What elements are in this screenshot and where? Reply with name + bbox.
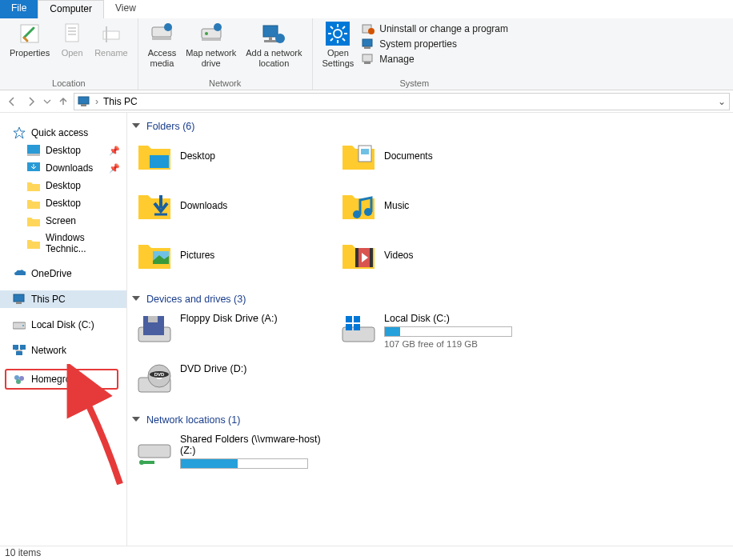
svg-rect-63 bbox=[148, 316, 158, 322]
sidebar-item-desktop-3[interactable]: Desktop bbox=[0, 194, 126, 212]
sidebar-local-disk[interactable]: Local Disk (C:) bbox=[0, 316, 126, 334]
section-header-folders[interactable]: Folders (6) bbox=[129, 119, 733, 137]
svg-rect-60 bbox=[370, 248, 373, 267]
rename-button: Rename bbox=[90, 19, 133, 60]
sidebar-onedrive[interactable]: OneDrive bbox=[0, 265, 126, 282]
folder-icon bbox=[27, 179, 40, 192]
svg-rect-74 bbox=[138, 445, 170, 458]
svg-rect-3 bbox=[68, 30, 76, 32]
breadcrumb-this-pc[interactable]: This PC bbox=[103, 96, 138, 107]
sidebar-homegroup[interactable]: Homegroup bbox=[6, 370, 117, 388]
collapse-icon bbox=[132, 417, 140, 422]
svg-rect-35 bbox=[81, 104, 86, 106]
ribbon-group-location: Properties Open Rename Location bbox=[0, 18, 138, 90]
folder-videos[interactable]: Videos bbox=[333, 236, 537, 286]
folder-icon bbox=[27, 237, 40, 250]
svg-text:DVD: DVD bbox=[154, 372, 165, 377]
floppy-drive-icon bbox=[137, 313, 172, 345]
svg-point-29 bbox=[368, 28, 375, 34]
address-bar[interactable]: › This PC ⌄ bbox=[74, 93, 730, 110]
section-header-devices[interactable]: Devices and drives (3) bbox=[129, 292, 733, 310]
up-button[interactable] bbox=[54, 93, 72, 110]
system-properties-icon bbox=[362, 38, 375, 50]
open-icon bbox=[59, 21, 85, 46]
svg-rect-36 bbox=[27, 145, 40, 154]
forward-button[interactable] bbox=[22, 93, 40, 110]
svg-rect-66 bbox=[354, 316, 360, 322]
section-header-network-locations[interactable]: Network locations (1) bbox=[129, 413, 733, 430]
manage-icon bbox=[362, 53, 375, 66]
this-pc-icon bbox=[13, 293, 26, 306]
desktop-icon bbox=[27, 144, 40, 157]
network-drive-shared[interactable]: Shared Folders (\\vmware-host) (Z:) bbox=[129, 430, 333, 480]
tab-computer[interactable]: Computer bbox=[38, 0, 104, 18]
capacity-bar bbox=[180, 458, 308, 469]
svg-rect-53 bbox=[361, 149, 369, 154]
system-properties-button[interactable]: System properties bbox=[362, 38, 508, 50]
svg-rect-8 bbox=[152, 37, 171, 40]
collapse-icon bbox=[132, 123, 140, 128]
svg-rect-37 bbox=[27, 154, 40, 156]
sidebar-this-pc[interactable]: This PC bbox=[0, 290, 126, 308]
svg-rect-39 bbox=[14, 294, 24, 302]
open-settings-button[interactable]: Open Settings bbox=[318, 19, 359, 70]
ribbon: Properties Open Rename Location bbox=[0, 18, 733, 90]
svg-rect-14 bbox=[263, 26, 278, 37]
collapse-icon bbox=[132, 296, 140, 301]
folder-icon bbox=[137, 190, 172, 222]
access-media-icon bbox=[149, 21, 174, 46]
add-network-location-button[interactable]: Add a network location bbox=[241, 19, 306, 70]
navigation-bar: › This PC ⌄ bbox=[0, 90, 733, 113]
svg-line-46 bbox=[15, 350, 19, 351]
local-disk-icon bbox=[341, 313, 376, 345]
svg-rect-6 bbox=[106, 26, 107, 42]
homegroup-highlight: Homegroup bbox=[5, 369, 118, 390]
sidebar-item-windows-technic[interactable]: Windows Technic... bbox=[0, 230, 126, 257]
sidebar-item-downloads[interactable]: Downloads📌 bbox=[0, 159, 126, 177]
svg-point-17 bbox=[275, 34, 285, 43]
recent-dropdown[interactable] bbox=[42, 93, 53, 110]
navigation-pane: Quick access Desktop📌 Downloads📌 Desktop… bbox=[0, 113, 127, 546]
sidebar-item-screen[interactable]: Screen bbox=[0, 212, 126, 230]
sidebar-item-desktop[interactable]: Desktop📌 bbox=[0, 142, 126, 159]
capacity-bar bbox=[384, 326, 512, 337]
drive-dvd[interactable]: DVD DVD Drive (D:) bbox=[129, 360, 333, 406]
folder-icon bbox=[137, 140, 172, 172]
access-media-button[interactable]: Access media bbox=[143, 19, 181, 70]
network-icon bbox=[13, 344, 26, 357]
tab-file[interactable]: File bbox=[0, 0, 38, 18]
ribbon-group-network: Access media Map network drive Add a net… bbox=[138, 18, 313, 90]
drive-local-disk[interactable]: Local Disk (C:) 107 GB free of 119 GB bbox=[333, 310, 537, 360]
chevron-down-icon[interactable]: ⌄ bbox=[718, 96, 726, 107]
folder-music[interactable]: Music bbox=[333, 186, 537, 236]
content-pane: Folders (6) Desktop Documents Downloads … bbox=[127, 113, 733, 546]
pin-icon: 📌 bbox=[109, 163, 120, 174]
open-button: Open bbox=[54, 19, 90, 60]
properties-button[interactable]: Properties bbox=[5, 19, 54, 60]
map-network-drive-button[interactable]: Map network drive bbox=[181, 19, 241, 70]
svg-rect-43 bbox=[13, 345, 18, 350]
svg-point-13 bbox=[214, 23, 222, 31]
tab-view[interactable]: View bbox=[104, 0, 147, 18]
chevron-right-icon: › bbox=[95, 96, 98, 107]
drive-icon bbox=[13, 318, 26, 331]
sidebar-network[interactable]: Network bbox=[0, 342, 126, 359]
pin-icon: 📌 bbox=[109, 146, 120, 156]
onedrive-icon bbox=[13, 267, 26, 280]
back-button[interactable] bbox=[3, 93, 21, 110]
manage-button[interactable]: Manage bbox=[362, 53, 508, 66]
settings-icon bbox=[325, 21, 350, 46]
svg-rect-40 bbox=[16, 302, 22, 304]
folder-desktop[interactable]: Desktop bbox=[129, 137, 333, 186]
sidebar-item-desktop-2[interactable]: Desktop bbox=[0, 177, 126, 194]
svg-rect-2 bbox=[68, 27, 76, 29]
add-network-icon bbox=[261, 21, 286, 46]
folder-downloads[interactable]: Downloads bbox=[129, 186, 333, 236]
uninstall-program-button[interactable]: Uninstall or change a program bbox=[362, 22, 508, 35]
drive-floppy[interactable]: Floppy Disk Drive (A:) bbox=[129, 310, 333, 360]
svg-rect-30 bbox=[362, 39, 372, 46]
folder-documents[interactable]: Documents bbox=[333, 137, 537, 186]
section-folders: Folders (6) Desktop Documents Downloads … bbox=[129, 119, 733, 286]
folder-pictures[interactable]: Pictures bbox=[129, 236, 333, 286]
sidebar-quick-access[interactable]: Quick access bbox=[0, 124, 126, 142]
